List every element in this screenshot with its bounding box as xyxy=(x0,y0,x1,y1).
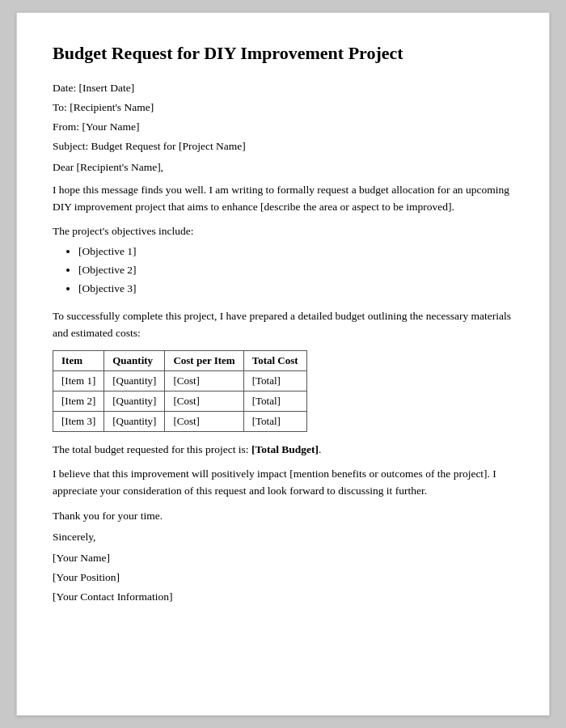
signer-position: [Your Position] xyxy=(53,571,513,584)
row1-item: [Item 1] xyxy=(53,371,104,392)
table-row: [Item 3] [Quantity] [Cost] [Total] xyxy=(53,412,307,432)
salutation: Dear [Recipient's Name], xyxy=(53,161,513,174)
total-budget-line: The total budget requested for this proj… xyxy=(53,443,513,456)
objective-2: [Objective 2] xyxy=(78,261,513,280)
objectives-list: [Objective 1] [Objective 2] [Objective 3… xyxy=(53,243,513,298)
table-row: [Item 2] [Quantity] [Cost] [Total] xyxy=(53,392,307,412)
intro-paragraph: I hope this message finds you well. I am… xyxy=(53,182,513,216)
row3-item: [Item 3] xyxy=(53,412,104,432)
col-header-item: Item xyxy=(53,351,104,371)
row1-cost: [Cost] xyxy=(165,371,243,392)
row3-total: [Total] xyxy=(243,412,306,432)
row3-cost: [Cost] xyxy=(165,412,243,432)
signer-contact: [Your Contact Information] xyxy=(53,590,513,603)
sincerely: Sincerely, xyxy=(53,531,513,544)
objective-1: [Objective 1] xyxy=(78,243,513,261)
row2-quantity: [Quantity] xyxy=(104,392,165,412)
document: Budget Request for DIY Improvement Proje… xyxy=(16,12,550,716)
date-line: Date: [Insert Date] xyxy=(53,82,513,95)
objectives-intro: The project's objectives include: xyxy=(53,225,513,238)
to-line: To: [Recipient's Name] xyxy=(53,101,513,114)
row2-total: [Total] xyxy=(243,392,306,412)
table-row: [Item 1] [Quantity] [Cost] [Total] xyxy=(53,371,307,392)
col-header-cost: Cost per Item xyxy=(165,351,243,371)
col-header-quantity: Quantity xyxy=(104,351,165,371)
thank-you: Thank you for your time. xyxy=(53,510,513,523)
document-title: Budget Request for DIY Improvement Proje… xyxy=(53,42,513,66)
total-prefix: The total budget requested for this proj… xyxy=(53,443,251,455)
row1-total: [Total] xyxy=(243,371,306,392)
row2-cost: [Cost] xyxy=(165,392,243,412)
row3-quantity: [Quantity] xyxy=(104,412,165,432)
closing-paragraph: I believe that this improvement will pos… xyxy=(53,466,513,500)
row2-item: [Item 2] xyxy=(53,392,104,412)
budget-table: Item Quantity Cost per Item Total Cost [… xyxy=(53,350,307,432)
objective-3: [Objective 3] xyxy=(78,280,513,298)
table-header-row: Item Quantity Cost per Item Total Cost xyxy=(53,351,307,371)
budget-intro: To successfully complete this project, I… xyxy=(53,308,513,342)
subject-line: Subject: Budget Request for [Project Nam… xyxy=(53,140,513,153)
total-suffix: . xyxy=(319,443,321,455)
row1-quantity: [Quantity] xyxy=(104,371,165,392)
total-value: [Total Budget] xyxy=(251,443,319,455)
col-header-total: Total Cost xyxy=(243,351,306,371)
from-line: From: [Your Name] xyxy=(53,121,513,133)
signer-name: [Your Name] xyxy=(53,552,513,565)
